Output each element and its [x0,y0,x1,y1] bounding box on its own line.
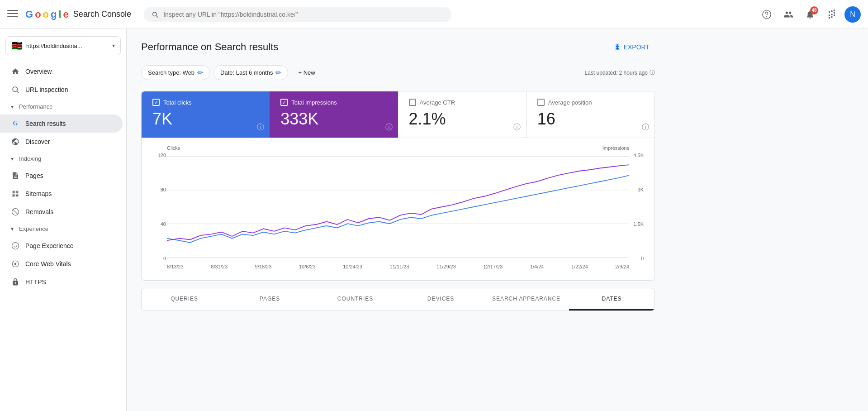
top-header: Google Search Console 48 [0,0,868,29]
sidebar-item-discover[interactable]: Discover [0,133,123,151]
export-button[interactable]: EXPORT [608,40,655,54]
sidebar-item-page-experience[interactable]: Page Experience [0,237,123,255]
impressions-line [167,165,629,240]
notifications-button[interactable]: 48 [801,5,819,24]
page-header: Performance on Search results EXPORT [141,40,655,54]
clicks-checkbox[interactable] [152,99,160,106]
last-updated: Last updated: 2 hours ago ⓘ [585,69,655,76]
impressions-axis-label: Impressions [602,145,629,151]
collapse-icon: ▾ [11,104,14,110]
y-right-4.5k: 4.5K [629,153,644,158]
sidebar-item-pages[interactable]: Pages [0,167,123,185]
avatar[interactable]: N [844,6,861,23]
export-label: EXPORT [624,43,650,51]
svg-point-4 [767,16,767,17]
sidebar-item-removals[interactable]: Removals [0,203,123,221]
app-name: Search Console [73,10,131,19]
url-inspection-label: URL inspection [25,86,68,93]
tab-countries[interactable]: COUNTRIES [313,288,398,311]
svg-rect-2 [7,16,18,17]
sidebar-item-https[interactable]: HTTPS [0,273,123,291]
x-label-5: 11/11/23 [390,264,409,269]
sidebar-item-sitemaps[interactable]: Sitemaps [0,185,123,203]
search-results-label: Search results [25,120,66,127]
property-flag: 🇰🇪 [11,40,23,51]
position-checkbox[interactable] [537,99,545,106]
position-help-icon[interactable]: ⓘ [642,123,649,132]
x-label-10: 2/9/24 [615,264,629,269]
google-g-icon: G [11,119,20,128]
impressions-checkbox[interactable] [280,99,288,106]
sidebar-item-overview[interactable]: Overview [0,62,123,81]
bottom-tabs: QUERIES PAGES COUNTRIES DEVICES SEARCH A… [141,288,655,311]
page-experience-icon [11,241,20,250]
google-logo: Google Search Console [25,9,131,20]
property-selector[interactable]: 🇰🇪 https://boldindustria... ▾ [5,36,121,55]
performance-chart [167,153,629,261]
new-filter-button[interactable]: + New [292,67,321,79]
edit-date-icon: ✏ [275,68,281,77]
experience-section-label: Experience [19,225,48,232]
filters-bar: Search type: Web ✏ Date: Last 6 months ✏… [141,65,655,80]
https-icon [11,277,20,287]
sidebar-item-search-results[interactable]: G Search results [0,115,123,133]
chart-area: Clicks Impressions 120 80 40 0 4.5K 3K [141,138,655,281]
x-label-8: 1/4/24 [530,264,544,269]
y-left-40: 40 [152,221,166,227]
search-input[interactable] [163,11,444,18]
ctr-help-icon[interactable]: ⓘ [513,123,521,132]
apps-button[interactable] [823,5,841,24]
position-value: 16 [537,110,644,129]
indexing-section-header[interactable]: ▾ Indexing [0,151,126,167]
x-label-1: 8/31/23 [211,264,228,269]
x-label-9: 1/22/24 [571,264,588,269]
x-label-7: 12/17/23 [483,264,503,269]
tab-search-appearance[interactable]: SEARCH APPEARANCE [484,288,569,311]
sidebar-item-core-web-vitals[interactable]: Core Web Vitals [0,255,123,273]
help-button[interactable] [758,5,776,24]
total-clicks-card[interactable]: Total clicks 7K ⓘ [142,91,270,138]
pages-icon [11,171,20,180]
tab-dates[interactable]: DATES [569,288,655,311]
sidebar-item-url-inspection[interactable]: URL inspection [0,81,123,99]
x-label-0: 8/13/23 [167,264,184,269]
ctr-checkbox[interactable] [409,99,416,106]
search-type-filter[interactable]: Search type: Web ✏ [141,65,210,80]
y-right-1.5k: 1.5K [629,221,644,227]
ctr-label: Average CTR [420,99,455,106]
search-icon [11,85,20,94]
tab-pages[interactable]: PAGES [227,288,313,311]
help-circle-icon[interactable]: ⓘ [650,69,655,76]
download-icon [614,43,621,51]
removals-icon [11,207,20,216]
y-right-3k: 3K [629,187,644,192]
url-inspection-search[interactable] [144,7,451,22]
overview-label: Overview [25,68,52,75]
edit-search-type-icon: ✏ [197,68,203,77]
app-layout: 🇰🇪 https://boldindustria... ▾ Overview U… [0,29,868,411]
svg-point-12 [14,263,17,265]
impressions-help-icon[interactable]: ⓘ [385,123,393,132]
impressions-value: 333K [280,110,387,129]
date-filter[interactable]: Date: Last 6 months ✏ [213,65,288,80]
avg-position-card[interactable]: Average position 16 ⓘ [526,91,655,138]
impressions-label: Total impressions [291,99,337,106]
total-impressions-card[interactable]: Total impressions 333K ⓘ [270,91,398,138]
x-label-6: 11/29/23 [436,264,456,269]
tab-queries[interactable]: QUERIES [142,288,227,311]
main-content-area: Performance on Search results EXPORT Sea… [127,29,868,411]
indexing-section-label: Indexing [19,155,41,162]
search-icon [151,10,159,19]
position-label: Average position [548,99,592,106]
menu-icon[interactable] [7,8,18,20]
performance-section-header[interactable]: ▾ Performance [0,99,126,115]
clicks-help-icon[interactable]: ⓘ [257,123,264,132]
sitemaps-icon [11,189,20,198]
manage-users-button[interactable] [779,5,797,24]
removals-label: Removals [25,208,53,215]
experience-section-header[interactable]: ▾ Experience [0,221,126,237]
y-left-120: 120 [152,153,166,158]
core-web-vitals-label: Core Web Vitals [25,260,71,268]
avg-ctr-card[interactable]: Average CTR 2.1% ⓘ [398,91,526,138]
tab-devices[interactable]: DEVICES [398,288,484,311]
